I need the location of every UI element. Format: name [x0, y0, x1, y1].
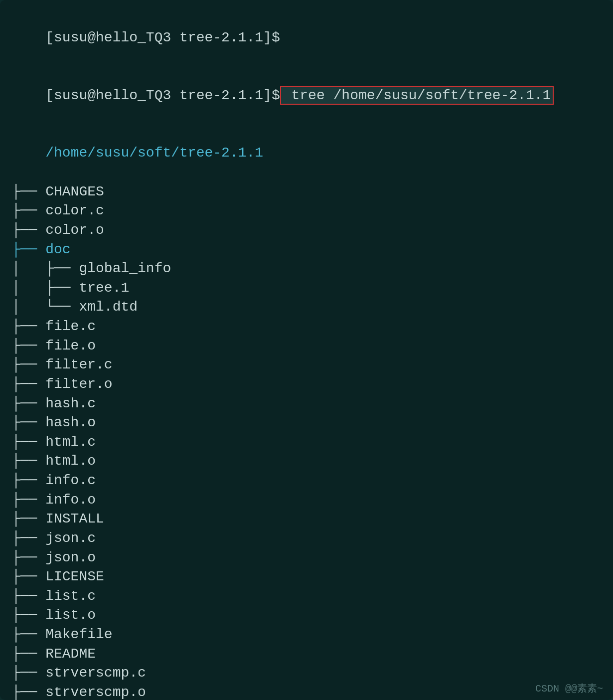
file-item-color-c: ├── color.c [12, 201, 601, 221]
command-highlight: tree /home/susu/soft/tree-2.1.1 [280, 86, 554, 105]
prompt-line-2: [susu@hello_TQ3 tree-2.1.1]$ tree /home/… [12, 67, 601, 125]
file-item-hash-c: ├── hash.c [12, 394, 601, 414]
file-item-info-o: ├── info.o [12, 491, 601, 510]
file-item-changes: ├── CHANGES [12, 182, 601, 202]
prompt-line-1: [susu@hello_TQ3 tree-2.1.1]$ [12, 9, 601, 67]
file-item-list-o: ├── list.o [12, 606, 601, 625]
file-item-json-o: ├── json.o [12, 548, 601, 568]
file-item-list-c: ├── list.c [12, 587, 601, 606]
file-item-hash-o: ├── hash.o [12, 413, 601, 433]
file-item-filter-c: ├── filter.c [12, 355, 601, 375]
directory-path-line: /home/susu/soft/tree-2.1.1 [12, 125, 601, 182]
file-item-license: ├── LICENSE [12, 567, 601, 587]
file-item-global-info: │ ├── global_info [12, 259, 601, 279]
directory-path: /home/susu/soft/tree-2.1.1 [45, 145, 263, 161]
file-item-html-c: ├── html.c [12, 433, 601, 452]
file-item-strverscmp-c: ├── strverscmp.c [12, 664, 601, 683]
prompt-text-2: [susu@hello_TQ3 tree-2.1.1]$ [45, 88, 280, 103]
file-item-info-c: ├── info.c [12, 471, 601, 491]
terminal-window: [susu@hello_TQ3 tree-2.1.1]$ [susu@hello… [0, 0, 613, 700]
file-item-xml-dtd: │ └── xml.dtd [12, 298, 601, 317]
file-item-file-c: ├── file.c [12, 317, 601, 337]
file-item-json-c: ├── json.c [12, 529, 601, 548]
file-item-tree1: │ ├── tree.1 [12, 279, 601, 298]
file-item-html-o: ├── html.o [12, 452, 601, 471]
file-item-install: ├── INSTALL [12, 510, 601, 529]
file-item-strverscmp-o: ├── strverscmp.o [12, 683, 601, 700]
file-item-filter-o: ├── filter.o [12, 375, 601, 394]
file-item-doc: ├── doc [12, 240, 601, 260]
file-item-readme: ├── README [12, 645, 601, 664]
file-item-file-o: ├── file.o [12, 337, 601, 356]
watermark: CSDN @@素素~ [535, 682, 603, 695]
file-item-makefile: ├── Makefile [12, 625, 601, 645]
file-item-color-o: ├── color.o [12, 221, 601, 240]
prompt-text-1: [susu@hello_TQ3 tree-2.1.1]$ [45, 30, 280, 45]
